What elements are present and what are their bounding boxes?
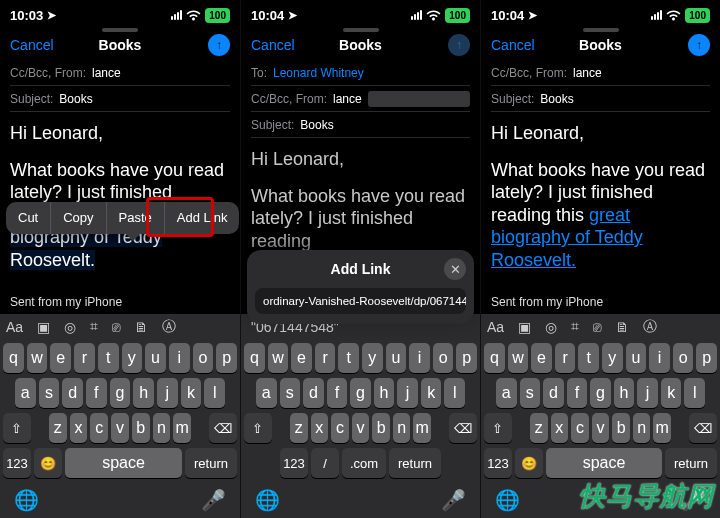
shift-key[interactable]: ⇧	[244, 413, 272, 443]
key-n[interactable]: n	[633, 413, 651, 443]
subject-field[interactable]: Subject: Books	[251, 112, 470, 138]
key-a[interactable]: a	[15, 378, 36, 408]
key-l[interactable]: l	[684, 378, 705, 408]
attachment-icon[interactable]: 🗎	[615, 319, 629, 335]
key-x[interactable]: x	[311, 413, 329, 443]
key-r[interactable]: r	[315, 343, 336, 373]
key-v[interactable]: v	[352, 413, 370, 443]
key-u[interactable]: u	[145, 343, 166, 373]
numbers-key[interactable]: 123	[484, 448, 512, 478]
key-z[interactable]: z	[290, 413, 308, 443]
key-w[interactable]: w	[27, 343, 48, 373]
cc-from-field[interactable]: Cc/Bcc, From: lance	[10, 60, 230, 86]
key-i[interactable]: i	[649, 343, 670, 373]
key-b[interactable]: b	[132, 413, 150, 443]
key-b[interactable]: b	[612, 413, 630, 443]
key-j[interactable]: j	[637, 378, 658, 408]
key-c[interactable]: c	[90, 413, 108, 443]
grabber-icon[interactable]	[343, 28, 379, 32]
key-p[interactable]: p	[456, 343, 477, 373]
send-button[interactable]: ↑	[448, 34, 470, 56]
key-e[interactable]: e	[531, 343, 552, 373]
camera-icon[interactable]: ◎	[64, 319, 76, 335]
backspace-key[interactable]: ⌫	[689, 413, 717, 443]
slash-key[interactable]: /	[311, 448, 339, 478]
cancel-button[interactable]: Cancel	[10, 37, 54, 53]
key-l[interactable]: l	[444, 378, 465, 408]
numbers-key[interactable]: 123	[3, 448, 31, 478]
scan-icon[interactable]: ⌗	[571, 318, 579, 335]
cancel-button[interactable]: Cancel	[251, 37, 295, 53]
key-d[interactable]: d	[543, 378, 564, 408]
key-h[interactable]: h	[133, 378, 154, 408]
globe-icon[interactable]: 🌐	[14, 488, 39, 512]
cc-from-field[interactable]: Cc/Bcc, From: lance	[251, 86, 470, 112]
key-a[interactable]: a	[496, 378, 517, 408]
key-d[interactable]: d	[303, 378, 324, 408]
key-t[interactable]: t	[338, 343, 359, 373]
key-s[interactable]: s	[520, 378, 541, 408]
copy-button[interactable]: Copy	[51, 202, 106, 234]
key-z[interactable]: z	[49, 413, 67, 443]
key-r[interactable]: r	[555, 343, 576, 373]
globe-icon[interactable]: 🌐	[495, 488, 520, 512]
key-f[interactable]: f	[86, 378, 107, 408]
key-q[interactable]: q	[484, 343, 505, 373]
key-d[interactable]: d	[62, 378, 83, 408]
key-s[interactable]: s	[39, 378, 60, 408]
key-p[interactable]: p	[216, 343, 237, 373]
key-k[interactable]: k	[421, 378, 442, 408]
key-b[interactable]: b	[372, 413, 390, 443]
add-link-button[interactable]: Add Link	[165, 202, 240, 234]
scan-icon[interactable]: ⌗	[90, 318, 98, 335]
shift-key[interactable]: ⇧	[484, 413, 512, 443]
key-j[interactable]: j	[157, 378, 178, 408]
grabber-icon[interactable]	[102, 28, 138, 32]
from-input[interactable]	[368, 91, 470, 107]
key-o[interactable]: o	[673, 343, 694, 373]
space-key[interactable]: space	[65, 448, 182, 478]
cancel-button[interactable]: Cancel	[491, 37, 535, 53]
markup-icon[interactable]: Ⓐ	[643, 318, 657, 336]
key-u[interactable]: u	[626, 343, 647, 373]
dictation-icon[interactable]: 🎤	[201, 488, 226, 512]
key-v[interactable]: v	[592, 413, 610, 443]
scan-text-icon[interactable]: ⎚	[112, 319, 120, 335]
return-key[interactable]: return	[185, 448, 237, 478]
cut-button[interactable]: Cut	[6, 202, 51, 234]
key-q[interactable]: q	[244, 343, 265, 373]
key-k[interactable]: k	[661, 378, 682, 408]
key-x[interactable]: x	[70, 413, 88, 443]
key-u[interactable]: u	[386, 343, 407, 373]
key-r[interactable]: r	[74, 343, 95, 373]
photo-icon[interactable]: ▣	[518, 319, 531, 335]
send-button[interactable]: ↑	[208, 34, 230, 56]
compose-body[interactable]: Hi Leonard, What books have you read lat…	[481, 112, 720, 313]
key-h[interactable]: h	[614, 378, 635, 408]
close-icon[interactable]: ✕	[444, 258, 466, 280]
key-w[interactable]: w	[508, 343, 529, 373]
markup-icon[interactable]: Ⓐ	[162, 318, 176, 336]
return-key[interactable]: return	[389, 448, 441, 478]
key-e[interactable]: e	[50, 343, 71, 373]
key-h[interactable]: h	[374, 378, 395, 408]
key-m[interactable]: m	[653, 413, 671, 443]
key-a[interactable]: a	[256, 378, 277, 408]
text-format-button[interactable]: Aa	[487, 319, 504, 335]
key-m[interactable]: m	[173, 413, 191, 443]
dotcom-key[interactable]: .com	[342, 448, 386, 478]
key-g[interactable]: g	[110, 378, 131, 408]
backspace-key[interactable]: ⌫	[209, 413, 237, 443]
key-j[interactable]: j	[397, 378, 418, 408]
key-y[interactable]: y	[602, 343, 623, 373]
numbers-key[interactable]: 123	[280, 448, 308, 478]
key-n[interactable]: n	[153, 413, 171, 443]
key-p[interactable]: p	[696, 343, 717, 373]
camera-icon[interactable]: ◎	[545, 319, 557, 335]
key-c[interactable]: c	[571, 413, 589, 443]
key-x[interactable]: x	[551, 413, 569, 443]
return-key[interactable]: return	[665, 448, 717, 478]
emoji-key[interactable]: 😊	[34, 448, 62, 478]
dictation-icon[interactable]: 🎤	[681, 488, 706, 512]
key-w[interactable]: w	[268, 343, 289, 373]
